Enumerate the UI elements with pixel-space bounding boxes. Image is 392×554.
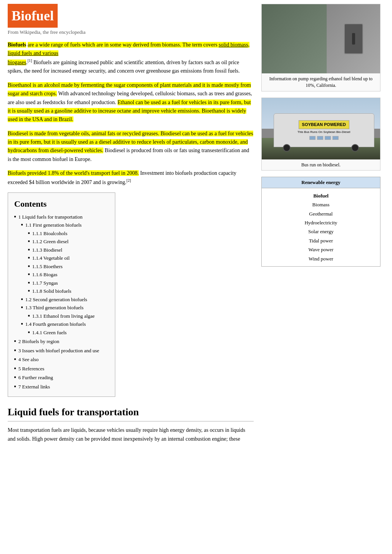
renewable-item-solar[interactable]: Solar energy [265, 227, 377, 236]
list-item-label[interactable]: 1 Liquid fuels for transportation [18, 213, 83, 221]
contents-list: 1 Liquid fuels for transportation 1.1 Fi… [14, 213, 109, 391]
list-item: 1.4.1 Green fuels [28, 329, 109, 337]
list-item: 1.1.8 Solid biofuels [28, 287, 109, 295]
list-item: 1.1.5 Bioethers [28, 263, 109, 270]
list-item: 1.1.4 Vegetable oil [28, 254, 109, 262]
renewable-header: Renewable energy [262, 177, 380, 188]
main-content: Biofuel From Wikipedia, the free encyclo… [8, 4, 254, 449]
text-biofuels-bold: Biofuels [8, 42, 26, 48]
renewable-item-hydroelectricity[interactable]: Hydroelectricity [265, 218, 377, 227]
page-title-box: Biofuel [8, 4, 58, 28]
ethanol-image-box: Ethanol Information This product may con… [261, 4, 380, 91]
list-item: 3 Issues with biofuel production and use [14, 347, 109, 355]
ethanol-image: Ethanol Information This product may con… [262, 4, 380, 73]
page-subtitle: From Wikipedia, the free encyclopedia [8, 28, 254, 36]
list-item: 1.1.3 Biodiesel [28, 246, 109, 254]
list-item: 1.3.1 Ethanol from living algae [28, 312, 109, 320]
text-p1-highlight: are a wide range of fuels which are in s… [28, 42, 219, 48]
renewable-item-wave[interactable]: Wave power [265, 245, 377, 254]
list-item: 2 Biofuels by region [14, 338, 109, 345]
paragraph-2: Bioethanol is an alcohol made by ferment… [8, 81, 254, 124]
ethanol-caption: Information on pump regarding ethanol fu… [262, 73, 380, 91]
list-item-label[interactable]: 1.1 First generation biofuels [25, 221, 82, 229]
list-item: 7 External links [14, 383, 109, 391]
list-item: 1.3 Third generation biofuels 1.3.1 Etha… [21, 304, 109, 320]
text-p1-ref: .[1] Biofuels are gaining increased publ… [8, 60, 240, 74]
paragraph-1: Biofuels are a wide range of fuels which… [8, 41, 254, 76]
list-item: 1.2 Second generation biofuels [21, 296, 109, 304]
text-biofuels-2008: Biofuels provided 1.8% of the world's tr… [8, 170, 139, 176]
renewable-energy-box: Renewable energy Biofuel Biomass Geother… [261, 177, 380, 267]
bus-image-box: SOYBEAN POWERED This Bus Runs On Soybean… [261, 98, 380, 171]
renewable-content: Biofuel Biomass Geothermal Hydroelectric… [262, 188, 380, 266]
bus-image: SOYBEAN POWERED This Bus Runs On Soybean… [262, 98, 380, 159]
list-item: 1.1.1 Bioalcohols [28, 230, 109, 237]
paragraph-3: Biodiesel is made from vegetable oils, a… [8, 129, 254, 164]
page-title: Biofuel [12, 5, 54, 26]
list-item: 1.1 First generation biofuels 1.1.1 Bioa… [21, 221, 109, 295]
list-item: 1.1.2 Green diesel [28, 238, 109, 245]
bus-sublabel: This Bus Runs On Soybean Bio-Diesel [297, 130, 350, 134]
contents-box: Contents 1 Liquid fuels for transportati… [8, 192, 115, 397]
renewable-item-geothermal[interactable]: Geothermal [265, 209, 377, 218]
renewable-item-tidal[interactable]: Tidal power [265, 236, 377, 245]
list-item: 6 Further reading [14, 374, 109, 381]
list-item: 4 See also [14, 356, 109, 363]
renewable-item-biomass[interactable]: Biomass [265, 200, 377, 209]
renewable-item-wind[interactable]: Wind power [265, 254, 377, 263]
list-item: 1.1.7 Syngas [28, 279, 109, 287]
list-item: 1 Liquid fuels for transportation 1.1 Fi… [14, 213, 109, 337]
bus-label: SOYBEAN POWERED [299, 120, 349, 129]
bus-caption: Bus run on biodiesel. [262, 159, 380, 171]
renewable-item-biofuel[interactable]: Biofuel [265, 191, 377, 200]
paragraph-4: Biofuels provided 1.8% of the world's tr… [8, 169, 254, 187]
contents-title: Contents [14, 197, 109, 210]
list-item: 1.4 Fourth generation biofuels 1.4.1 Gre… [21, 320, 109, 336]
sidebar: Ethanol Information This product may con… [261, 4, 380, 449]
list-item: 5 References [14, 365, 109, 373]
section-paragraph: Most transportation fuels are liquids, b… [8, 426, 254, 443]
list-item: 1.1.6 Biogas [28, 271, 109, 279]
text-biogases: biogases [8, 60, 26, 65]
section-heading: Liquid fuels for transportation [8, 405, 254, 421]
